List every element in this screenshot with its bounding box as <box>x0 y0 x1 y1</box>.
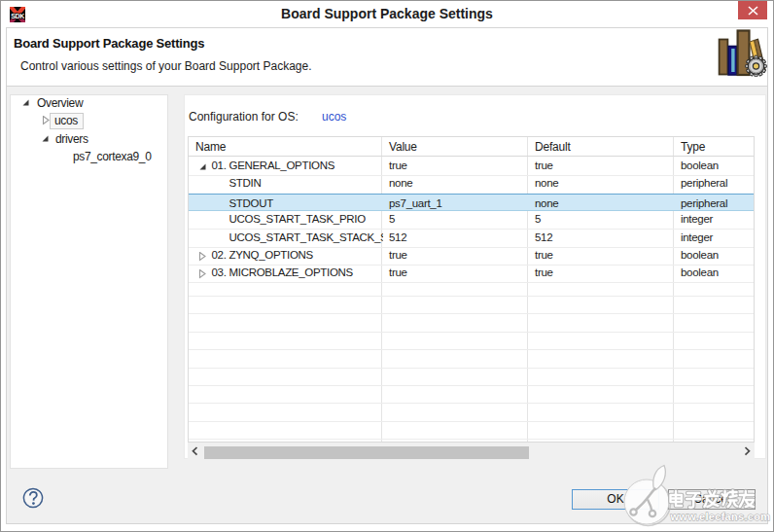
svg-text:www.elecfans.com: www.elecfans.com <box>670 511 771 522</box>
